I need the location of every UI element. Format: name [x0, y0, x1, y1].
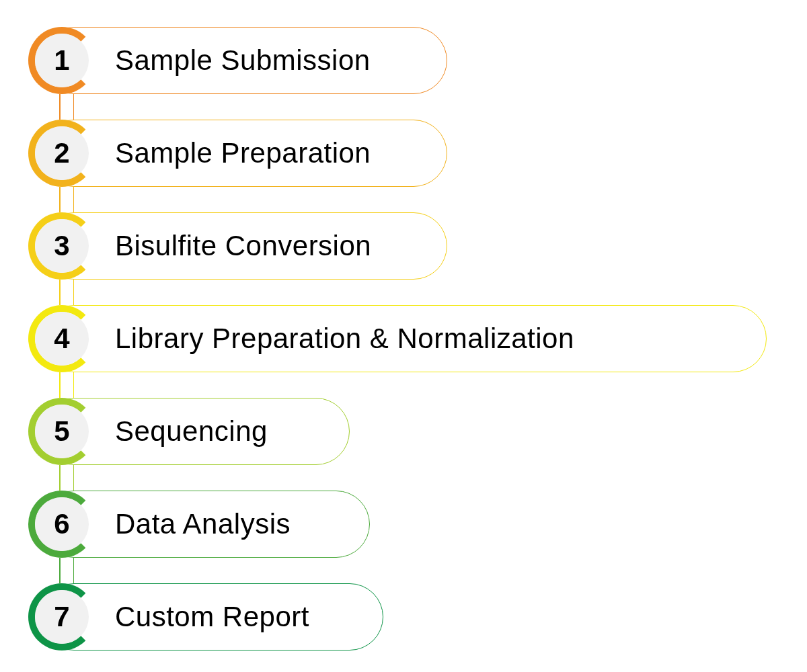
step-number: 4 [54, 323, 69, 355]
step-number: 6 [54, 508, 69, 540]
workflow-steps: Sample Submission1Sample Preparation2Bis… [0, 0, 807, 650]
step-number: 7 [54, 601, 69, 633]
workflow-step: Sequencing5 [13, 398, 807, 465]
step-label: Custom Report [115, 601, 309, 633]
step-capsule: Library Preparation & Normalization [40, 305, 767, 372]
step-capsule: Sample Preparation [40, 120, 447, 187]
step-number-circle: 2 [35, 126, 89, 180]
connector-line [52, 465, 81, 491]
step-number-circle: 6 [35, 497, 89, 551]
step-number-circle: 4 [35, 312, 89, 366]
step-badge: 2 [28, 120, 95, 187]
workflow-step: Library Preparation & Normalization4 [13, 305, 807, 372]
connector-line [52, 558, 81, 583]
workflow-step: Sample Submission1 [13, 27, 807, 94]
step-number-circle: 5 [35, 405, 89, 458]
step-capsule: Sample Submission [40, 27, 447, 94]
workflow-step: Bisulfite Conversion3 [13, 212, 807, 280]
connector-line [52, 280, 81, 305]
step-badge: 1 [28, 27, 95, 94]
step-badge: 5 [28, 398, 95, 465]
step-badge: 6 [28, 491, 95, 558]
step-capsule: Bisulfite Conversion [40, 212, 447, 280]
step-number-circle: 7 [35, 590, 89, 644]
step-label: Sample Submission [115, 44, 371, 77]
step-number: 5 [54, 415, 69, 448]
workflow-step: Custom Report7 [13, 583, 807, 650]
step-badge: 7 [28, 583, 95, 650]
step-badge: 4 [28, 305, 95, 372]
step-badge: 3 [28, 212, 95, 280]
connector-line [52, 187, 81, 212]
step-label: Sequencing [115, 415, 268, 448]
workflow-step: Sample Preparation2 [13, 120, 807, 187]
step-number: 3 [54, 230, 69, 262]
step-label: Data Analysis [115, 508, 291, 540]
step-number-circle: 1 [35, 34, 89, 87]
step-number: 2 [54, 137, 69, 169]
step-number: 1 [54, 44, 69, 77]
connector-line [52, 372, 81, 398]
connector-line [52, 94, 81, 120]
step-label: Bisulfite Conversion [115, 230, 371, 262]
step-number-circle: 3 [35, 219, 89, 273]
workflow-step: Data Analysis6 [13, 491, 807, 558]
step-label: Sample Preparation [115, 137, 371, 169]
step-label: Library Preparation & Normalization [115, 323, 574, 355]
